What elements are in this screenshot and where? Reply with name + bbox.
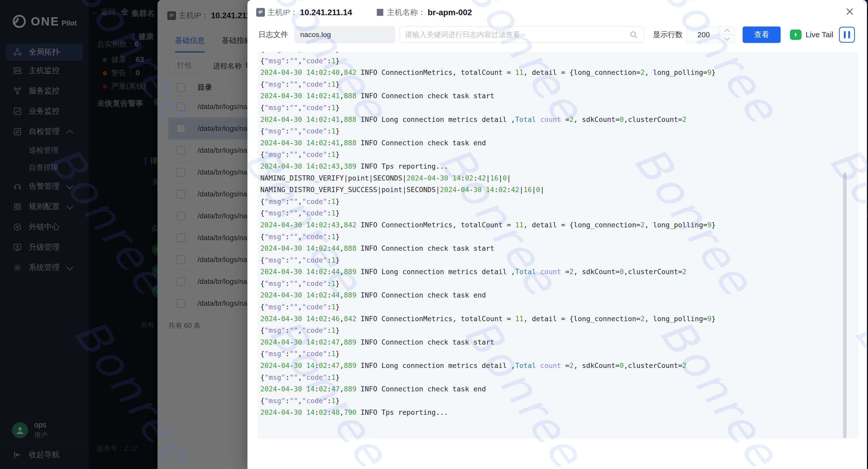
log-line: {"msg":"","code":1}: [258, 102, 858, 114]
log-line: {"msg":"","code":1}: [258, 149, 858, 160]
live-tail-icon[interactable]: [790, 30, 801, 40]
log-line: 2024-04-30 14:02:40,842 INFO ConnectionM…: [258, 67, 858, 79]
log-file-label: 日志文件: [258, 30, 288, 40]
log-scrollbar-thumb[interactable]: [843, 172, 847, 438]
host-name-label: 主机名称：: [387, 7, 426, 18]
log-line: {"msg":"","code":1}: [258, 52, 858, 55]
log-lines: {"msg":"","code":1}{"msg":"","code":1}20…: [258, 52, 858, 418]
log-line: 2024-04-30 14:02:41,888 INFO Connection …: [258, 137, 858, 149]
host-ip-label: 主机IP：: [268, 7, 298, 18]
log-line: {"msg":"","code":1}: [258, 125, 858, 137]
log-toolbar: 日志文件 显示行数 查看: [258, 27, 855, 43]
log-line: {"msg":"","code":1}: [258, 79, 858, 90]
log-line: 2024-04-30 14:02:41,888 INFO Long connec…: [258, 114, 858, 125]
chevron-down-icon: [724, 35, 730, 40]
log-line: 2024-04-30 14:02:41,888 INFO Connection …: [258, 90, 858, 102]
chevron-up-icon: [724, 29, 730, 34]
app-root: ONE Pilot 全局拓扑主机监控服务监控业务监控自检管理巡检管理自查排障告警…: [0, 0, 868, 469]
log-line: 2024-04-30 14:02:43,389 INFO Tps reporti…: [258, 160, 858, 172]
log-line: 2024-04-30 14:02:44,888 INFO Connection …: [258, 242, 858, 254]
log-line: 2024-04-30 14:02:47,889 INFO Connection …: [258, 383, 858, 395]
log-line: {"msg":"","code":1}: [258, 254, 858, 266]
view-button[interactable]: 查看: [743, 27, 781, 43]
display-lines-label: 显示行数: [653, 30, 683, 40]
log-line: {"msg":"","code":1}: [258, 372, 858, 383]
modal-header: IP 主机IP： 10.241.211.14 主机名称： br-apm-002: [256, 0, 472, 25]
search-icon[interactable]: [629, 30, 638, 39]
lightning-icon: [792, 31, 799, 38]
server-icon: [376, 8, 384, 17]
log-line: 2024-04-30 14:02:48,790 INFO Tps reporti…: [258, 407, 858, 418]
log-line: {"msg":"","code":1}: [258, 231, 858, 243]
log-line: 2024-04-30 14:02:44,889 INFO Connection …: [258, 289, 858, 301]
close-icon: [845, 7, 855, 16]
lines-count-stepper: [687, 27, 734, 43]
log-line: 2024-04-30 14:02:47,889 INFO Connection …: [258, 336, 858, 348]
log-viewer-modal: IP 主机IP： 10.241.211.14 主机名称： br-apm-002 …: [247, 0, 867, 469]
log-line: {"msg":"","code":1}: [258, 55, 858, 67]
log-line: {"msg":"","code":1}: [258, 207, 858, 219]
log-line: {"msg":"","code":1}: [258, 395, 858, 407]
log-line: 2024-04-30 14:02:44,889 INFO Long connec…: [258, 266, 858, 278]
log-line: {"msg":"","code":1}: [258, 348, 858, 360]
host-name-value: br-apm-002: [428, 8, 472, 17]
log-output-area[interactable]: {"msg":"","code":1}{"msg":"","code":1}20…: [258, 52, 858, 438]
log-line: 2024-04-30 14:02:46,842 INFO ConnectionM…: [258, 313, 858, 325]
live-tail-label: Live Tail: [806, 30, 833, 39]
log-line: NAMING_DISTRO_VERIFY|point|SECONDS|2024-…: [258, 172, 858, 184]
log-line: {"msg":"","code":1}: [258, 301, 858, 313]
pause-button[interactable]: [839, 27, 855, 43]
stepper-down-button[interactable]: [720, 35, 734, 43]
lines-count-input[interactable]: [687, 27, 720, 43]
ip-badge-icon: IP: [256, 8, 265, 17]
close-button[interactable]: [844, 6, 855, 17]
pause-icon: [848, 31, 850, 38]
log-line: {"msg":"","code":1}: [258, 196, 858, 207]
host-ip-value: 10.241.211.14: [300, 8, 352, 17]
log-file-input[interactable]: [295, 27, 395, 43]
log-line: {"msg":"","code":1}: [258, 324, 858, 336]
pause-icon: [844, 31, 846, 38]
log-line: 2024-04-30 14:02:47,889 INFO Long connec…: [258, 360, 858, 372]
log-line: {"msg":"","code":1}: [258, 278, 858, 290]
keyword-search-input[interactable]: [400, 27, 644, 43]
log-line: 2024-04-30 14:02:43,842 INFO ConnectionM…: [258, 219, 858, 231]
stepper-up-button[interactable]: [720, 27, 734, 35]
log-line: NAMING_DISTRO_VERIFY_SUCCESS|point|SECON…: [258, 184, 858, 196]
